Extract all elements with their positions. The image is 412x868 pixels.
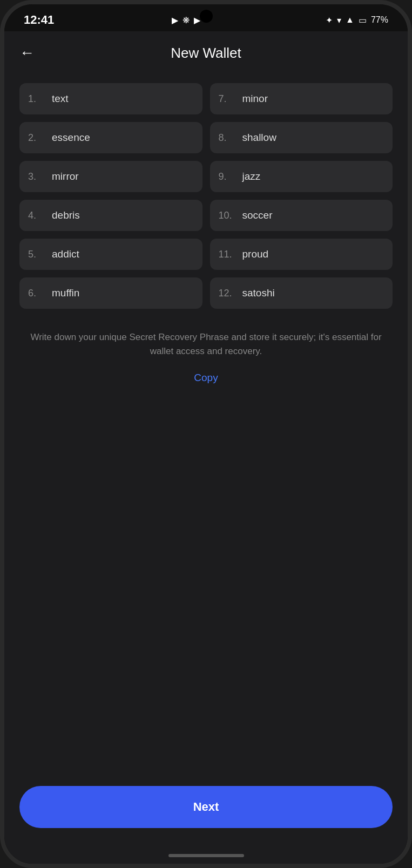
next-button-container: Next bbox=[4, 777, 408, 850]
word-text: jazz bbox=[242, 171, 261, 182]
spacer bbox=[4, 392, 408, 777]
word-number: 8. bbox=[219, 132, 236, 144]
word-number: 3. bbox=[28, 171, 45, 182]
fan-icon: ❋ bbox=[183, 15, 190, 25]
word-text: proud bbox=[242, 248, 269, 260]
status-right: ✦ ▾ ▲ ▭ 77% bbox=[326, 15, 388, 25]
words-grid: 1.text7.minor2.essence8.shallow3.mirror9… bbox=[4, 70, 408, 317]
word-text: minor bbox=[242, 93, 268, 105]
word-text: addict bbox=[52, 248, 79, 260]
word-number: 5. bbox=[28, 249, 45, 260]
word-text: text bbox=[52, 93, 69, 105]
word-cell: 1.text bbox=[19, 83, 202, 114]
recovery-description: Write down your unique Secret Recovery P… bbox=[4, 317, 408, 363]
word-text: debris bbox=[52, 209, 80, 221]
word-cell: 10.soccer bbox=[210, 200, 393, 231]
word-cell: 2.essence bbox=[19, 122, 202, 153]
app-content: ← New Wallet 1.text7.minor2.essence8.sha… bbox=[4, 31, 408, 850]
page-title: New Wallet bbox=[171, 45, 241, 62]
word-cell: 5.addict bbox=[19, 239, 202, 270]
home-indicator bbox=[4, 850, 408, 864]
word-cell: 3.mirror bbox=[19, 161, 202, 192]
wifi-icon: ▾ bbox=[337, 15, 341, 25]
word-text: shallow bbox=[242, 132, 276, 144]
battery-percent: 77% bbox=[371, 15, 388, 25]
word-text: muffin bbox=[52, 287, 79, 299]
word-cell: 11.proud bbox=[210, 239, 393, 270]
back-button[interactable]: ← bbox=[19, 44, 35, 62]
word-cell: 12.satoshi bbox=[210, 277, 393, 309]
copy-button[interactable]: Copy bbox=[4, 363, 408, 392]
next-button[interactable]: Next bbox=[19, 786, 393, 828]
word-cell: 8.shallow bbox=[210, 122, 393, 153]
word-cell: 7.minor bbox=[210, 83, 393, 114]
word-cell: 4.debris bbox=[19, 200, 202, 231]
word-text: mirror bbox=[52, 171, 79, 182]
word-text: satoshi bbox=[242, 287, 275, 299]
word-text: soccer bbox=[242, 209, 273, 221]
phone-frame: 12:41 ▶ ❋ ▶ • ✦ ▾ ▲ ▭ 77% ← New Wallet 1… bbox=[0, 0, 412, 868]
word-number: 1. bbox=[28, 93, 45, 105]
word-number: 2. bbox=[28, 132, 45, 144]
status-time: 12:41 bbox=[24, 13, 54, 27]
word-cell: 6.muffin bbox=[19, 277, 202, 309]
word-number: 10. bbox=[219, 210, 236, 221]
home-bar bbox=[168, 854, 244, 857]
word-number: 4. bbox=[28, 210, 45, 221]
word-text: essence bbox=[52, 132, 90, 144]
word-number: 7. bbox=[219, 93, 236, 105]
signal-icon: ▲ bbox=[346, 15, 354, 25]
youtube-icon: ▶ bbox=[172, 15, 178, 25]
camera-notch bbox=[200, 10, 213, 23]
battery-icon: ▭ bbox=[359, 15, 367, 25]
word-cell: 9.jazz bbox=[210, 161, 393, 192]
page-header: ← New Wallet bbox=[4, 31, 408, 70]
word-number: 11. bbox=[219, 249, 236, 260]
word-number: 6. bbox=[28, 288, 45, 299]
word-number: 9. bbox=[219, 171, 236, 182]
bluetooth-icon: ✦ bbox=[326, 15, 333, 25]
word-number: 12. bbox=[219, 288, 236, 299]
